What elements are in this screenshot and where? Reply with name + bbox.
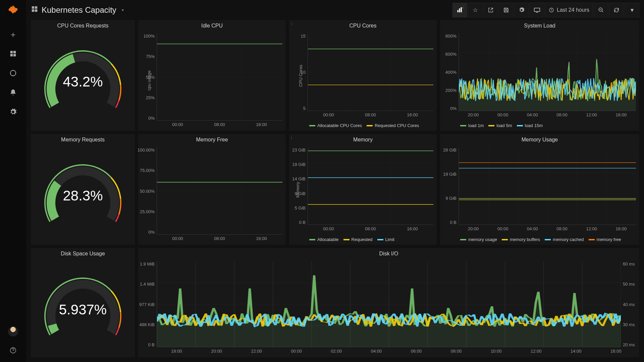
panel-memory-requests[interactable]: Memory Requests 28.3%	[31, 134, 135, 245]
panel-title: Memory Usage	[440, 134, 639, 144]
svg-rect-8	[35, 6, 37, 9]
plot-area[interactable]	[157, 147, 282, 235]
svg-rect-9	[32, 9, 34, 12]
svg-point-5	[10, 70, 16, 76]
save-button[interactable]	[499, 3, 514, 17]
legend-item[interactable]: Requested	[343, 237, 373, 242]
legend-item[interactable]: Allocatable CPU Cores	[309, 123, 362, 128]
star-button[interactable]: ☆	[468, 3, 483, 17]
svg-rect-2	[13, 51, 16, 53]
gear-icon[interactable]	[9, 108, 17, 118]
panel-disk-usage[interactable]: Disk Space Usage 5.937%	[31, 248, 135, 357]
cycle-view-button[interactable]	[530, 3, 544, 17]
y-axis: 100.00%75.00%50.00%25.00%0%	[138, 147, 157, 235]
plot-area[interactable]	[308, 34, 433, 111]
y-axis: 100%75%50%25%0%	[138, 34, 157, 121]
legend-item[interactable]: memory usage	[460, 237, 497, 242]
legend-item[interactable]: memory buffers	[502, 237, 540, 242]
svg-rect-12	[459, 8, 460, 12]
zoom-out-button[interactable]	[594, 3, 608, 17]
plot-area[interactable]	[157, 261, 621, 347]
panel-title: Memory Free	[138, 134, 286, 144]
svg-rect-4	[13, 54, 16, 56]
legend: load 1mload 5mload 15m	[440, 121, 639, 131]
y-axis: 800%600%400%200%0%	[440, 34, 459, 111]
panel-memory-usage[interactable]: Memory Usage28 GiB19 GiB9 GiB0 B20:0000:…	[440, 134, 639, 245]
refresh-interval-button[interactable]: ▾	[625, 3, 639, 17]
x-axis: 20:0000:0004:0008:0012:0016:00	[459, 226, 636, 234]
plot-area[interactable]	[459, 147, 636, 225]
share-button[interactable]	[483, 3, 498, 17]
panel-memory[interactable]: iMemoryMemory23 GiB19 GiB14 GiB9 GiB5 Gi…	[289, 134, 437, 245]
x-axis: 00:0008:0016:00	[157, 236, 282, 243]
x-axis: 18:0020:0022:0000:0002:0004:0006:0008:00…	[157, 349, 636, 356]
gauge-value: 5.937%	[59, 302, 107, 318]
settings-button[interactable]	[514, 3, 529, 17]
svg-rect-1	[10, 51, 13, 53]
gauge-value: 28.3%	[63, 188, 103, 204]
legend-item[interactable]: Limit	[377, 237, 394, 242]
panel-system-load[interactable]: System Load800%600%400%200%0%20:0000:000…	[440, 20, 639, 131]
legend-item[interactable]: Allocatable	[309, 237, 339, 242]
sidebar: ＋	[0, 0, 26, 362]
panel-memory-free[interactable]: Memory Free100.00%75.00%50.00%25.00%0%00…	[138, 134, 286, 245]
topbar: Kubernetes Capacity ▾ + ☆	[26, 0, 644, 20]
y-axis: 28 GiB19 GiB9 GiB0 B	[440, 147, 459, 225]
panel-title: Disk Space Usage	[31, 248, 135, 258]
y-axis: 23 GiB19 GiB14 GiB9 GiB5 GiB0 B	[289, 147, 308, 225]
add-panel-button[interactable]: +	[452, 3, 467, 17]
x-axis: 20:0000:0004:0008:0012:0016:00	[459, 112, 636, 120]
panel-title: System Load	[440, 20, 639, 30]
panel-title: Idle CPU	[138, 20, 286, 30]
legend: memory usagememory buffersmemory cachedm…	[440, 235, 639, 245]
legend-item[interactable]: memory cached	[545, 237, 584, 242]
panel-title: Memory Requests	[31, 134, 135, 144]
svg-text:+: +	[462, 7, 463, 10]
time-picker-button[interactable]: Last 24 hours	[545, 3, 593, 17]
legend: Allocatable CPU CoresRequested CPU Cores	[289, 121, 437, 131]
legend: AllocatableRequestedLimit	[289, 235, 437, 245]
info-icon[interactable]: i	[291, 21, 292, 26]
legend-item[interactable]: Requested CPU Cores	[367, 123, 419, 128]
panel-title: Disk I/O	[138, 248, 639, 258]
explore-icon[interactable]	[9, 69, 17, 79]
plot-area[interactable]	[157, 34, 282, 121]
chevron-down-icon[interactable]: ▾	[122, 8, 124, 12]
grafana-logo-icon[interactable]	[7, 4, 19, 19]
panel-disk-io[interactable]: Disk I/O1.9 MiB1.4 MiB977 KiB488 KiB0 B6…	[138, 248, 639, 357]
legend-item[interactable]: memory free	[589, 237, 621, 242]
svg-rect-3	[10, 54, 13, 56]
svg-rect-13	[461, 7, 462, 12]
info-icon[interactable]: i	[291, 135, 292, 140]
panel-cpu-cores[interactable]: iCPU CoresCPU Cores1510500:0008:0016:00A…	[289, 20, 437, 131]
legend-item[interactable]: load 1m	[460, 123, 484, 128]
y-axis-right: 60 ms50 ms40 ms30 ms20 ms	[621, 261, 639, 347]
gauge-value: 43.2%	[63, 74, 103, 90]
plot-area[interactable]	[459, 34, 636, 111]
svg-rect-15	[534, 8, 540, 11]
y-axis: 15105	[289, 34, 308, 111]
panel-title: CPU Cores Requests	[31, 20, 135, 30]
panel-cpu-requests[interactable]: CPU Cores Requests 43.2%	[31, 20, 135, 131]
legend-item[interactable]: load 15m	[517, 123, 543, 128]
avatar[interactable]	[8, 326, 18, 337]
svg-rect-11	[458, 10, 459, 12]
dashboards-icon[interactable]	[9, 50, 17, 59]
dashboard-grid-icon[interactable]	[31, 5, 38, 15]
y-axis: 1.9 MiB1.4 MiB977 KiB488 KiB0 B	[138, 261, 157, 347]
svg-rect-7	[32, 6, 34, 9]
page-title[interactable]: Kubernetes Capacity	[42, 5, 116, 15]
refresh-button[interactable]	[609, 3, 624, 17]
panel-title: CPU Cores	[289, 20, 437, 30]
svg-rect-10	[35, 9, 37, 12]
help-icon[interactable]	[9, 347, 17, 356]
panel-idle-cpu[interactable]: Idle CPUcpu usage100%75%50%25%0%00:0008:…	[138, 20, 286, 131]
bell-icon[interactable]	[9, 89, 17, 98]
x-axis: 00:0008:0016:00	[308, 112, 433, 120]
panel-title: Memory	[289, 134, 437, 144]
plus-icon[interactable]: ＋	[9, 29, 17, 40]
plot-area[interactable]	[308, 147, 433, 225]
x-axis: 00:0008:0016:00	[308, 226, 433, 234]
x-axis: 00:0008:0016:00	[157, 122, 282, 129]
legend-item[interactable]: load 5m	[488, 123, 512, 128]
